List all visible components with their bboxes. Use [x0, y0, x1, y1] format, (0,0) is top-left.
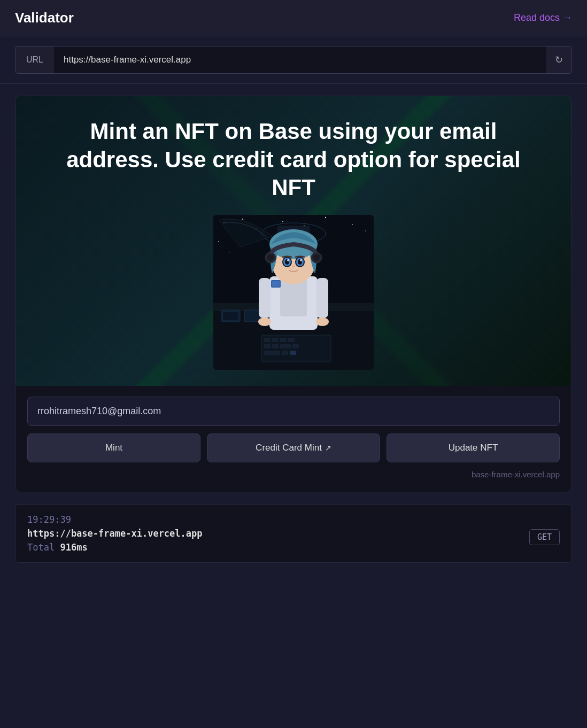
svg-point-7: [352, 224, 353, 225]
buttons-row: Mint Credit Card Mint ↗ Update NFT: [27, 433, 560, 462]
mint-button[interactable]: Mint: [27, 433, 200, 462]
app-title: Validator: [15, 10, 74, 26]
svg-rect-23: [264, 344, 271, 348]
email-input[interactable]: [27, 397, 560, 426]
nft-title: Mint an NFT on Base using your email add…: [42, 118, 545, 202]
update-nft-label: Update NFT: [449, 443, 498, 453]
credit-card-mint-label: Credit Card Mint: [256, 443, 322, 453]
url-input[interactable]: [54, 46, 546, 74]
svg-point-52: [287, 259, 289, 261]
log-total-label: Total: [27, 542, 55, 553]
svg-point-8: [365, 230, 366, 231]
svg-point-6: [325, 216, 326, 218]
svg-rect-28: [282, 351, 288, 355]
svg-rect-22: [288, 338, 295, 342]
svg-point-10: [229, 252, 229, 252]
credit-card-mint-button[interactable]: Credit Card Mint ↗: [207, 433, 380, 462]
get-badge[interactable]: GET: [529, 529, 560, 545]
read-docs-link[interactable]: Read docs →: [514, 12, 572, 24]
svg-rect-24: [272, 344, 279, 348]
svg-rect-20: [272, 338, 279, 342]
app-header: Validator Read docs →: [0, 0, 587, 36]
svg-point-9: [218, 241, 219, 242]
svg-rect-16: [223, 312, 238, 320]
svg-point-44: [267, 254, 274, 261]
refresh-icon: ↻: [555, 54, 563, 66]
svg-rect-21: [280, 338, 287, 342]
svg-point-2: [242, 218, 243, 219]
svg-rect-27: [264, 351, 280, 355]
footer-domain: base-frame-xi.vercel.app: [472, 470, 560, 479]
mint-label: Mint: [105, 443, 122, 453]
svg-rect-25: [280, 344, 291, 348]
svg-point-45: [313, 254, 320, 261]
log-row: https://base-frame-xi.vercel.app Total 9…: [27, 528, 560, 553]
log-total-value: 916ms: [60, 542, 87, 553]
svg-point-38: [316, 317, 329, 326]
log-total-line: Total 916ms: [27, 542, 529, 553]
log-section: 19:29:39 https://base-frame-xi.vercel.ap…: [15, 504, 572, 563]
svg-rect-34: [272, 281, 280, 286]
nft-image: [213, 215, 374, 370]
svg-point-37: [258, 317, 271, 326]
svg-point-53: [300, 259, 302, 261]
log-content: https://base-frame-xi.vercel.app Total 9…: [27, 528, 529, 553]
svg-rect-35: [259, 278, 271, 318]
svg-point-4: [282, 221, 283, 222]
url-label: URL: [15, 46, 54, 74]
external-link-icon: ↗: [325, 444, 331, 452]
nft-hero: Mint an NFT on Base using your email add…: [16, 96, 571, 386]
frame-container: Mint an NFT on Base using your email add…: [15, 96, 572, 492]
svg-rect-26: [292, 344, 299, 348]
refresh-button[interactable]: ↻: [546, 46, 572, 74]
update-nft-button[interactable]: Update NFT: [387, 433, 560, 462]
log-timestamp: 19:29:39: [27, 514, 560, 525]
svg-rect-31: [280, 279, 307, 316]
svg-rect-29: [290, 351, 296, 355]
svg-rect-36: [316, 278, 328, 318]
url-bar: URL ↻: [0, 36, 587, 84]
log-url: https://base-frame-xi.vercel.app: [27, 528, 529, 539]
svg-rect-19: [264, 338, 271, 342]
frame-form: Mint Credit Card Mint ↗ Update NFT base-…: [16, 386, 571, 492]
frame-footer: base-frame-xi.vercel.app: [27, 470, 560, 481]
